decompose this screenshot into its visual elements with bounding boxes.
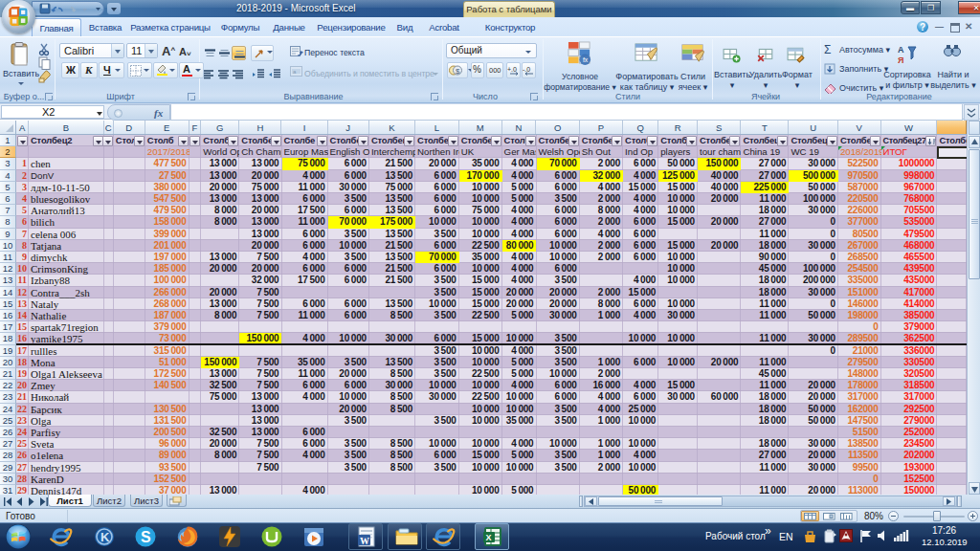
svg-text:Я: Я — [898, 55, 903, 65]
svg-text:А: А — [898, 45, 904, 55]
svg-text:K: K — [100, 530, 110, 544]
svg-text:W: W — [360, 536, 369, 546]
svg-text:fx: fx — [583, 56, 589, 63]
svg-text:$: $ — [456, 67, 460, 76]
svg-text:-.0: -.0 — [523, 66, 530, 73]
svg-text:S: S — [141, 529, 151, 545]
svg-text:X: X — [486, 533, 492, 542]
svg-text:+.0: +.0 — [507, 66, 517, 73]
